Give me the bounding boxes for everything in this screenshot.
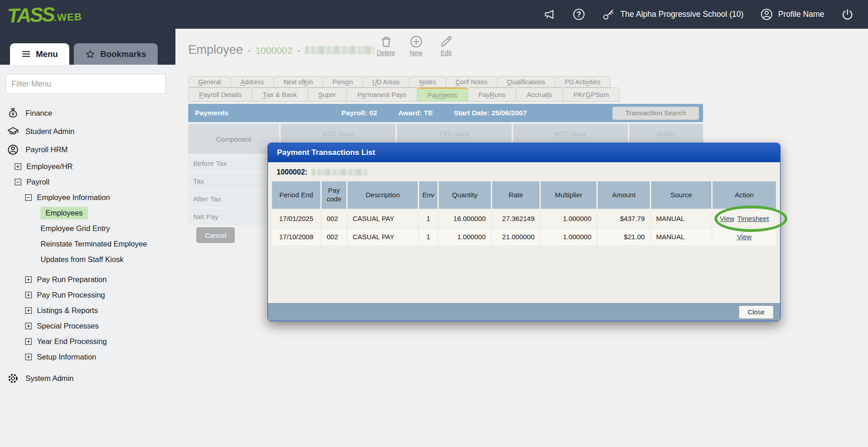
sidebar-menu: $ Finance Student Admin — [0, 104, 175, 387]
payments-panel-header: Payments Payroll: 02 Award: TE Start Dat… — [188, 104, 703, 122]
sidebar-item-payroll[interactable]: Payroll — [0, 174, 175, 190]
transaction-search-button[interactable]: Transaction Search — [612, 107, 699, 120]
tab-super[interactable]: Super — [308, 87, 347, 102]
sidebar-item-employee-grid-entry[interactable]: Employee Grid Entry — [0, 221, 175, 236]
collapse-minus-icon[interactable] — [25, 194, 32, 201]
tab-menu[interactable]: Menu — [10, 43, 69, 65]
tab-person[interactable]: Person — [323, 76, 363, 87]
tab-tax-bank[interactable]: Tax & Bank — [252, 87, 308, 102]
hamburger-icon — [21, 49, 31, 59]
sidebar-item-updates-from-staff-kiosk[interactable]: Updates from Staff Kiosk — [0, 252, 175, 267]
view-link[interactable]: View — [737, 233, 751, 241]
tab-permanent-pays[interactable]: Permanent Pays — [346, 87, 417, 102]
payroll-value: Payroll: 02 — [341, 109, 377, 117]
expand-plus-icon[interactable] — [25, 292, 32, 298]
sidebar-item-payroll-hrm[interactable]: Payroll HRM — [0, 140, 175, 159]
tab-payg-psum[interactable]: PAYG PSum — [563, 87, 620, 102]
row-label: Net Pay — [188, 209, 279, 225]
record-tabs-row2: Payroll Details Tax & Bank Super Permane… — [188, 87, 619, 102]
column-quantity: Quantity — [439, 181, 491, 209]
sidebar-item-year-end-processing[interactable]: Year End Processing — [0, 334, 175, 349]
title-separator: - — [247, 45, 251, 57]
expand-plus-icon[interactable] — [15, 163, 21, 170]
sidebar-item-label: Employee Grid Entry — [41, 224, 110, 233]
cell-rate: 21.000000 — [492, 228, 539, 245]
edit-button[interactable]: Edit — [434, 35, 458, 57]
expand-plus-icon[interactable] — [25, 307, 32, 314]
tab-accruals[interactable]: Accruals — [516, 87, 563, 102]
sidebar-item-label: Payroll HRM — [26, 145, 68, 154]
sidebar-item-reinstate-terminated-employee[interactable]: Reinstate Terminated Employee — [0, 236, 175, 252]
redacted-employee-name — [312, 169, 367, 176]
logo-main-text: TASS — [7, 3, 54, 27]
modal-title-bar[interactable]: Payment Transactions List — [268, 143, 780, 162]
money-bag-icon: $ — [7, 107, 19, 119]
sidebar-item-label: Updates from Staff Kiosk — [41, 255, 123, 264]
tab-payroll-details[interactable]: Payroll Details — [188, 87, 252, 102]
sidebar-item-system-admin[interactable]: System Admin — [0, 369, 175, 387]
sidebar-item-label: Payroll — [26, 178, 49, 186]
tab-bookmarks[interactable]: Bookmarks — [74, 43, 158, 65]
sidebar-item-label: System Admin — [26, 374, 73, 383]
title-separator: - — [297, 45, 300, 57]
expand-plus-icon[interactable] — [25, 276, 32, 283]
cell-multiplier: 1.000000 — [541, 228, 596, 245]
start-date-value: Start Date: 25/06/2007 — [454, 109, 527, 117]
profile-menu[interactable]: Profile Name — [760, 8, 824, 21]
sidebar-item-label: Reinstate Terminated Employee — [41, 240, 147, 248]
tab-pay-runs[interactable]: Pay Runs — [467, 87, 516, 102]
cell-env: 1 — [419, 228, 437, 245]
column-amount: Amount — [598, 181, 650, 209]
timesheet-link[interactable]: Timesheet — [737, 215, 769, 222]
sidebar-item-pay-run-preparation[interactable]: Pay Run Preparation — [0, 272, 175, 287]
tab-general[interactable]: General — [188, 76, 231, 87]
school-selector[interactable]: The Alpha Progressive School (10) — [602, 8, 743, 21]
tass-web-logo[interactable]: TASS .WEB — [7, 2, 82, 27]
tab-notes[interactable]: Notes — [409, 76, 446, 87]
column-component: Component — [188, 124, 279, 154]
expand-plus-icon[interactable] — [25, 323, 32, 329]
new-button[interactable]: New — [404, 35, 428, 57]
help-icon[interactable]: ? — [572, 8, 586, 21]
sidebar-item-employees[interactable]: Employees — [0, 205, 175, 221]
sidebar-item-listings-reports[interactable]: Listings & Reports — [0, 303, 175, 318]
sidebar-item-employee-hr[interactable]: Employee/HR — [0, 159, 175, 174]
svg-text:?: ? — [577, 10, 581, 18]
tab-pd-activities[interactable]: PD Activities — [555, 76, 611, 87]
cancel-button[interactable]: Cancel — [196, 227, 235, 243]
filter-menu-input[interactable] — [5, 74, 166, 94]
row-label: Tax — [188, 173, 279, 190]
column-description: Description — [348, 181, 418, 209]
cell-actions: View Timesheet — [713, 210, 776, 227]
close-button[interactable]: Close — [739, 305, 774, 319]
record-toolbar: Delete New Edit — [374, 35, 458, 57]
tab-ud-areas[interactable]: UD Areas — [362, 76, 410, 87]
sidebar-item-finance[interactable]: $ Finance — [0, 104, 175, 122]
cell-pay-code: 002 — [322, 210, 346, 227]
sidebar-item-label: Finance — [26, 109, 52, 118]
column-env: Env — [419, 181, 437, 209]
tab-conf-notes[interactable]: Conf Notes — [446, 76, 498, 87]
tab-bookmarks-label: Bookmarks — [100, 49, 146, 59]
tab-qualifications[interactable]: Qualifications — [497, 76, 555, 87]
sidebar-item-special-processes[interactable]: Special Processes — [0, 318, 175, 334]
topbar: TASS .WEB ? — [0, 0, 868, 29]
tab-address[interactable]: Address — [231, 76, 274, 87]
expand-plus-icon[interactable] — [25, 354, 32, 360]
sidebar-item-pay-run-processing[interactable]: Pay Run Processing — [0, 287, 175, 303]
sidebar-item-employee-information[interactable]: Employee Information — [0, 190, 175, 205]
sidebar-item-student-admin[interactable]: Student Admin — [0, 122, 175, 140]
gear-icon — [7, 372, 19, 385]
tab-next-of-kin[interactable]: Next of Kin — [273, 76, 323, 87]
announcements-icon[interactable] — [543, 8, 556, 21]
delete-button[interactable]: Delete — [374, 35, 398, 57]
view-link[interactable]: View — [720, 215, 734, 222]
tab-menu-label: Menu — [36, 49, 58, 59]
sidebar-item-setup-information[interactable]: Setup Information — [0, 349, 175, 365]
graduation-cap-icon — [7, 125, 19, 138]
logout-icon[interactable] — [841, 8, 854, 21]
collapse-minus-icon[interactable] — [15, 179, 21, 185]
panel-summary: Payroll: 02 Award: TE Start Date: 25/06/… — [341, 109, 527, 117]
expand-plus-icon[interactable] — [25, 338, 32, 345]
tab-payments-active[interactable]: Payments — [417, 87, 468, 102]
